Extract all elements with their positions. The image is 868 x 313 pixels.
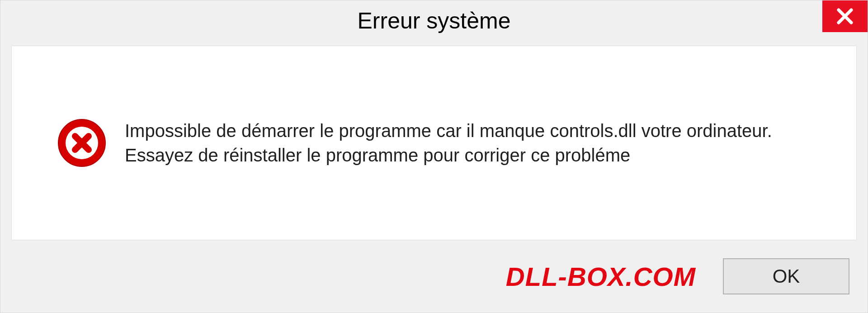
close-icon bbox=[836, 7, 854, 25]
dialog-body: Impossible de démarrer le programme car … bbox=[11, 46, 857, 240]
titlebar: Erreur système bbox=[0, 0, 868, 41]
error-dialog: Erreur système Impossible de démarrer le… bbox=[0, 0, 868, 313]
watermark-text: DLL-BOX.COM bbox=[506, 261, 696, 292]
dialog-footer: DLL-BOX.COM OK bbox=[0, 240, 868, 313]
error-message: Impossible de démarrer le programme car … bbox=[125, 119, 829, 167]
ok-button[interactable]: OK bbox=[723, 258, 849, 294]
dialog-title: Erreur système bbox=[358, 8, 511, 34]
error-icon bbox=[57, 118, 107, 168]
close-button[interactable] bbox=[822, 0, 868, 32]
